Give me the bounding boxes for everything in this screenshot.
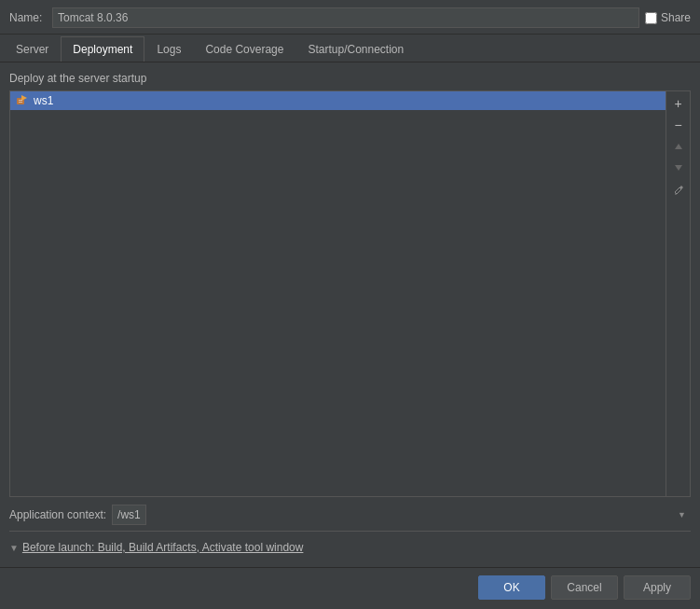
tab-logs[interactable]: Logs — [144, 36, 193, 62]
svg-marker-4 — [675, 144, 682, 149]
dialog: Name: Share Server Deployment Logs Code … — [0, 0, 700, 609]
svg-rect-3 — [19, 102, 22, 103]
svg-marker-5 — [675, 165, 682, 171]
tab-startup-connection[interactable]: Startup/Connection — [295, 36, 416, 62]
deploy-area: ws1 + − — [9, 90, 691, 497]
before-launch-label[interactable]: Before launch: Build, Build Artifacts, A… — [22, 541, 304, 554]
name-label: Name: — [9, 11, 47, 24]
share-area: Share — [645, 11, 691, 24]
before-launch-row: ▼ Before launch: Build, Build Artifacts,… — [9, 537, 691, 561]
deploy-list: ws1 — [10, 91, 666, 496]
add-button[interactable]: + — [668, 93, 689, 114]
ok-button[interactable]: OK — [478, 575, 545, 600]
app-context-select-wrapper: /ws1 / /app — [112, 505, 691, 525]
separator — [9, 531, 691, 532]
footer: OK Cancel Apply — [0, 567, 700, 609]
deploy-section-label: Deploy at the server startup — [9, 72, 691, 85]
name-row: Name: Share — [0, 0, 700, 35]
deploy-item-label: ws1 — [34, 94, 53, 107]
move-down-button[interactable] — [668, 158, 689, 178]
artifact-icon — [16, 94, 29, 107]
app-context-row: Application context: /ws1 / /app — [9, 497, 691, 531]
move-up-button[interactable] — [668, 136, 689, 157]
tabs-bar: Server Deployment Logs Code Coverage Sta… — [0, 35, 700, 62]
tab-server[interactable]: Server — [4, 36, 61, 62]
list-item[interactable]: ws1 — [10, 91, 666, 110]
share-checkbox[interactable] — [645, 12, 657, 24]
cancel-button[interactable]: Cancel — [551, 575, 618, 600]
app-context-select[interactable]: /ws1 / /app — [112, 505, 146, 525]
tab-deployment[interactable]: Deployment — [61, 36, 144, 62]
share-label: Share — [661, 11, 691, 24]
remove-button[interactable]: − — [668, 115, 689, 135]
deploy-toolbar: + − — [666, 91, 690, 496]
name-input[interactable] — [52, 7, 639, 28]
content-area: Deploy at the server startup ws1 — [0, 62, 700, 567]
edit-button[interactable] — [668, 179, 689, 200]
svg-rect-2 — [19, 100, 22, 101]
expand-arrow-icon[interactable]: ▼ — [9, 543, 19, 553]
app-context-label: Application context: — [9, 508, 106, 521]
tab-code-coverage[interactable]: Code Coverage — [193, 36, 295, 62]
apply-button[interactable]: Apply — [624, 575, 691, 600]
